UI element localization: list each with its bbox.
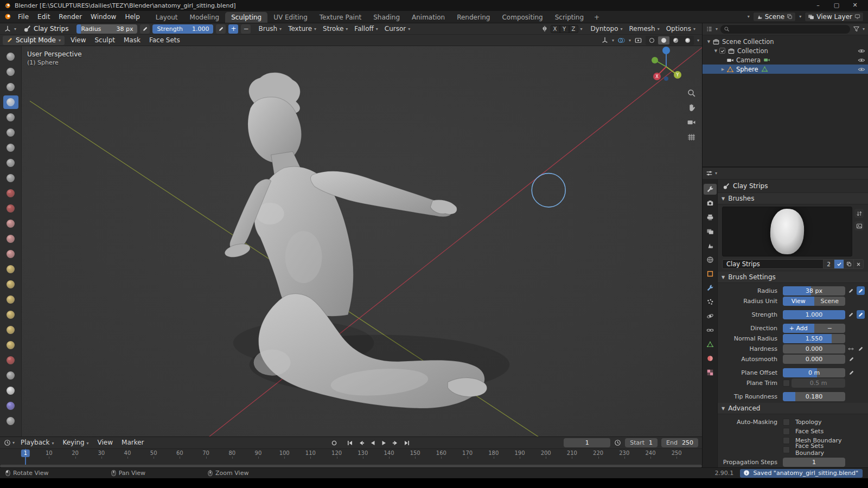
disclosure-icon[interactable]: ▼	[712, 49, 719, 53]
add-workspace-button[interactable]: +	[590, 12, 604, 23]
symmetry-arrow-icon[interactable]: ▾	[580, 27, 583, 31]
viewport-menu-view[interactable]: View	[66, 34, 90, 46]
strength-slider[interactable]: 1.000	[783, 310, 845, 319]
shading-wireframe-button[interactable]	[646, 36, 658, 44]
use-preview-range-icon[interactable]	[614, 439, 621, 446]
tip-roundness-slider[interactable]: 0.180	[783, 392, 845, 401]
tool-thumb[interactable]	[3, 308, 18, 322]
play-reverse-button[interactable]	[368, 439, 378, 447]
dropdown-brush[interactable]: Brush▾	[256, 25, 284, 33]
dropdown-options[interactable]: Options▾	[663, 25, 698, 33]
properties-tab-modifiers[interactable]	[704, 282, 717, 293]
next-key-button[interactable]	[391, 439, 400, 447]
gizmo-dropdown-icon[interactable]	[601, 36, 609, 44]
disclosure-icon[interactable]: ▼	[705, 40, 712, 44]
eye-icon[interactable]	[858, 47, 865, 55]
tool-blob[interactable]	[3, 156, 18, 170]
viewport-menu-face-sets[interactable]: Face Sets	[145, 34, 184, 46]
pen-button[interactable]	[857, 344, 865, 353]
filter-arrow-icon[interactable]: ▾	[863, 27, 865, 31]
symmetry-icon[interactable]	[541, 25, 548, 33]
outliner-row-collection[interactable]: ▼Collection	[703, 46, 868, 55]
workspace-tab-animation[interactable]: Animation	[406, 12, 451, 23]
tool-elastic-deform[interactable]	[3, 278, 18, 291]
option-add[interactable]: + Add	[783, 324, 814, 333]
frame-end-field[interactable]: End250	[661, 438, 698, 447]
pen-button[interactable]	[847, 310, 856, 319]
screen-icon[interactable]	[854, 14, 860, 20]
filter-icon[interactable]	[853, 25, 860, 33]
frame-start-field[interactable]: Start1	[625, 438, 658, 447]
maximize-button[interactable]: ▢	[827, 0, 846, 11]
brush-datablock-icon[interactable]	[23, 25, 31, 33]
jump-start-button[interactable]	[345, 439, 355, 447]
tool-fill[interactable]	[3, 217, 18, 230]
hardness-slider[interactable]: 0.000	[783, 344, 845, 354]
workspace-tab-scripting[interactable]: Scripting	[549, 12, 590, 23]
zoom-icon[interactable]	[687, 88, 696, 98]
arrows-h-button[interactable]	[847, 344, 856, 353]
workspace-tab-shading[interactable]: Shading	[367, 12, 406, 23]
navigation-gizmo[interactable]: X Y	[644, 46, 688, 88]
xray-toggle-icon[interactable]	[634, 36, 642, 44]
view-layer-selector[interactable]: View Layer	[805, 12, 864, 22]
pen-blue-button[interactable]	[857, 286, 865, 295]
radius-slider[interactable]: 38 px	[783, 286, 845, 296]
overlays-arrow-icon[interactable]: ▾	[629, 38, 631, 43]
blender-menu-icon[interactable]	[3, 12, 11, 21]
unlink-brush-button[interactable]	[854, 259, 864, 269]
pen-blue-button[interactable]	[857, 310, 865, 319]
tool-clay-thumb[interactable]	[3, 111, 18, 124]
properties-tab-constraints[interactable]	[704, 325, 717, 336]
properties-tab-object-data[interactable]	[704, 339, 717, 350]
dropdown-falloff[interactable]: Falloff▾	[352, 25, 380, 33]
option-scene[interactable]: Scene	[814, 297, 846, 306]
timeline-menu-keying[interactable]: Keying ▾	[58, 437, 93, 449]
tool-scrape[interactable]	[3, 232, 18, 246]
outliner-row-camera[interactable]: Camera	[703, 55, 868, 65]
menu-file[interactable]: File	[14, 11, 33, 23]
timeline-menu-view[interactable]: View	[93, 437, 117, 449]
tool-draw-face-sets[interactable]	[3, 399, 18, 413]
current-frame-field[interactable]: 1	[564, 438, 610, 447]
tool-clay-strips[interactable]	[3, 95, 18, 109]
properties-tab-scene[interactable]	[704, 240, 717, 251]
menu-edit[interactable]: Edit	[33, 11, 54, 23]
dropdown-stroke[interactable]: Stroke▾	[320, 25, 350, 33]
copy-scene-icon[interactable]	[787, 14, 793, 20]
tool-simplify[interactable]	[3, 369, 18, 382]
properties-editor-icon[interactable]	[706, 170, 713, 177]
timeline-editor-arrow-icon[interactable]: ▾	[12, 440, 15, 445]
menu-window[interactable]: Window	[86, 11, 120, 23]
viewport-scene[interactable]	[22, 46, 702, 436]
plane-trim-checkbox[interactable]	[783, 380, 790, 387]
properties-editor-arrow-icon[interactable]: ▾	[715, 171, 717, 176]
checkbox-checked-icon[interactable]	[719, 48, 725, 54]
radius-pressure-button[interactable]	[140, 24, 150, 34]
workspace-tab-uv-editing[interactable]: UV Editing	[267, 12, 314, 23]
strength-pressure-button[interactable]	[216, 24, 226, 34]
properties-tab-object[interactable]	[704, 268, 717, 279]
timeline-menu-playback[interactable]: Playback ▾	[16, 437, 58, 449]
scene-selector[interactable]: Scene	[753, 12, 796, 22]
menu-help[interactable]: Help	[120, 11, 144, 23]
propagation-steps-field[interactable]: 1	[783, 458, 845, 467]
eye-icon[interactable]	[858, 56, 865, 64]
mode-selector[interactable]: Sculpt Mode ▾	[3, 36, 65, 45]
workspace-tab-rendering[interactable]: Rendering	[451, 12, 496, 23]
outliner-editor-arrow-icon[interactable]: ▾	[716, 27, 718, 31]
timeline-scrollbar[interactable]	[0, 465, 702, 467]
tool-rotate[interactable]	[3, 338, 18, 352]
dropdown-remesh[interactable]: Remesh▾	[627, 25, 662, 33]
workspace-tab-compositing[interactable]: Compositing	[496, 12, 548, 23]
properties-tab-particles[interactable]	[704, 297, 717, 307]
duplicate-brush-button[interactable]	[844, 259, 854, 269]
properties-tab-view-layer[interactable]	[704, 226, 717, 237]
properties-tab-tool[interactable]	[704, 184, 717, 195]
timeline-editor-icon[interactable]	[4, 439, 11, 446]
workspace-tab-texture-paint[interactable]: Texture Paint	[314, 12, 367, 23]
outliner-row-sphere[interactable]: ▶Sphere	[703, 65, 868, 74]
direction-subtract-button[interactable]: −	[241, 24, 251, 34]
tool-draw-sharp[interactable]	[3, 65, 18, 79]
minimize-button[interactable]: –	[809, 0, 827, 11]
